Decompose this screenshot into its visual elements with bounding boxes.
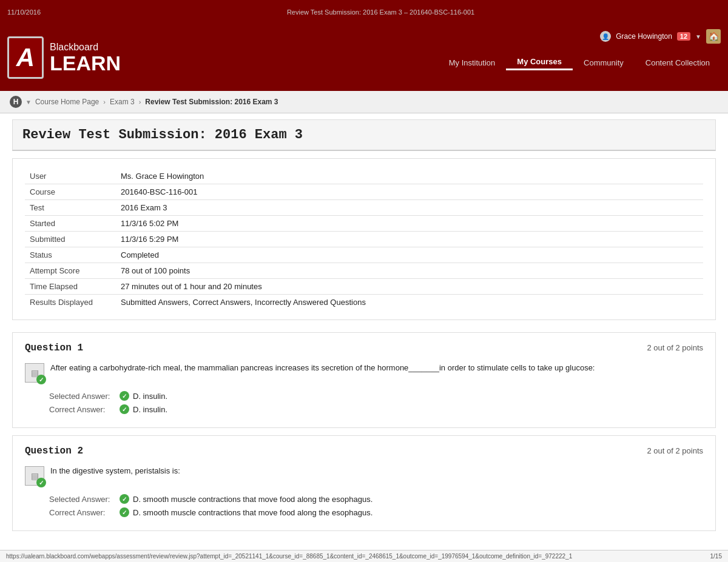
browser-date: 11/10/2016 (7, 8, 41, 16)
selected-answer-label: Selected Answer: (49, 495, 116, 504)
correct-answer-row: Correct Answer: ✓ D. smooth muscle contr… (49, 507, 703, 517)
browser-top-bar: 11/10/2016 Review Test Submission: 2016 … (0, 0, 728, 24)
question-points: 2 out of 2 points (647, 446, 703, 455)
info-row: Course201640-BSC-116-001 (25, 184, 703, 200)
submission-info-table: UserMs. Grace E HowingtonCourse201640-BS… (25, 169, 703, 310)
selected-answer-row: Selected Answer: ✓ D. insulin. (49, 391, 703, 401)
questions-container: Question 1 2 out of 2 points ▤ ✓ After e… (12, 332, 716, 531)
nav-my-courses[interactable]: My Courses (506, 55, 573, 70)
breadcrumb-expand-icon[interactable]: ▼ (25, 99, 32, 105)
question-block-2: Question 2 2 out of 2 points ▤ ✓ In the … (12, 435, 716, 531)
info-value: 78 out of 100 points (116, 263, 703, 279)
nav-content-collection[interactable]: Content Collection (635, 56, 721, 70)
dropdown-arrow-icon[interactable]: ▼ (695, 33, 701, 40)
selected-answer-text: D. smooth muscle contractions that move … (133, 495, 372, 504)
breadcrumb: H ▼ Course Home Page › Exam 3 › Review T… (0, 91, 728, 113)
info-value: 11/3/16 5:02 PM (116, 216, 703, 232)
info-value: 27 minutes out of 1 hour and 20 minutes (116, 279, 703, 295)
nav-my-institution[interactable]: My Institution (438, 56, 507, 70)
notification-badge: 12 (677, 32, 690, 41)
correct-answer-label: Correct Answer: (49, 508, 116, 517)
info-value: 2016 Exam 3 (116, 200, 703, 216)
check-icon-box: ▤ ✓ (25, 466, 44, 486)
info-label: User (25, 169, 116, 184)
header: A Blackboard LEARN 👤 Grace Howington 12 … (0, 24, 728, 91)
question-block-1: Question 1 2 out of 2 points ▤ ✓ After e… (12, 332, 716, 428)
question-header: Question 1 2 out of 2 points (25, 343, 703, 353)
logo-text: Blackboard LEARN (50, 42, 121, 73)
browser-title: Review Test Submission: 2016 Exam 3 – 20… (287, 8, 474, 16)
user-name: Grace Howington (616, 32, 672, 41)
question-points: 2 out of 2 points (647, 343, 703, 352)
info-value: 11/3/16 5:29 PM (116, 232, 703, 247)
question-number: Question 2 (25, 446, 83, 457)
correct-check-badge: ✓ (36, 375, 46, 384)
submission-info-box: UserMs. Grace E HowingtonCourse201640-BS… (12, 158, 716, 320)
nav-bar: My Institution My Courses Community Cont… (438, 55, 721, 70)
logo-area: A Blackboard LEARN (0, 24, 170, 91)
logo-learn: LEARN (50, 53, 121, 73)
breadcrumb-link-exam3[interactable]: Exam 3 (110, 98, 135, 106)
logo-letter: A (7, 36, 44, 79)
header-right: 👤 Grace Howington 12 ▼ 🏠 My Institution … (170, 24, 728, 91)
info-row: Submitted11/3/16 5:29 PM (25, 232, 703, 247)
info-row: Started11/3/16 5:02 PM (25, 216, 703, 232)
info-value: Submitted Answers, Correct Answers, Inco… (116, 295, 703, 310)
question-body: ▤ ✓ After eating a carbohydrate-rich mea… (25, 362, 703, 383)
info-value: 201640-BSC-116-001 (116, 184, 703, 200)
info-row: Results DisplayedSubmitted Answers, Corr… (25, 295, 703, 310)
breadcrumb-current: Review Test Submission: 2016 Exam 3 (145, 98, 278, 106)
info-row: Attempt Score78 out of 100 points (25, 263, 703, 279)
breadcrumb-link-home[interactable]: Course Home Page (35, 98, 99, 106)
correct-answer-label: Correct Answer: (49, 405, 116, 414)
breadcrumb-chevron-1: › (103, 98, 106, 105)
question-text: After eating a carbohydrate-rich meal, t… (50, 362, 595, 374)
page-title: Review Test Submission: 2016 Exam 3 (22, 127, 706, 142)
info-label: Test (25, 200, 116, 216)
selected-correct-icon: ✓ (120, 391, 129, 401)
info-value: Completed (116, 247, 703, 263)
selected-answer-text: D. insulin. (133, 392, 167, 401)
info-label: Attempt Score (25, 263, 116, 279)
correct-check-badge: ✓ (36, 478, 46, 487)
info-row: UserMs. Grace E Howington (25, 169, 703, 184)
user-bar: 👤 Grace Howington 12 ▼ 🏠 (600, 29, 721, 44)
question-text: In the digestive system, peristalsis is: (50, 465, 180, 477)
info-label: Time Elapsed (25, 279, 116, 295)
info-row: StatusCompleted (25, 247, 703, 263)
info-row: Time Elapsed27 minutes out of 1 hour and… (25, 279, 703, 295)
info-label: Started (25, 216, 116, 232)
selected-answer-label: Selected Answer: (49, 392, 116, 401)
user-icon: 👤 (600, 31, 611, 42)
home-icon[interactable]: 🏠 (706, 29, 721, 44)
question-body: ▤ ✓ In the digestive system, peristalsis… (25, 465, 703, 486)
info-row: Test2016 Exam 3 (25, 200, 703, 216)
breadcrumb-chevron-2: › (139, 98, 141, 105)
info-label: Status (25, 247, 116, 263)
question-number: Question 1 (25, 343, 83, 353)
info-value: Ms. Grace E Howington (116, 169, 703, 184)
breadcrumb-home-icon[interactable]: H (10, 96, 22, 108)
selected-correct-icon: ✓ (120, 494, 129, 504)
page-title-box: Review Test Submission: 2016 Exam 3 (12, 119, 716, 151)
info-label: Results Displayed (25, 295, 116, 310)
info-label: Course (25, 184, 116, 200)
selected-answer-row: Selected Answer: ✓ D. smooth muscle cont… (49, 494, 703, 504)
correct-answer-row: Correct Answer: ✓ D. insulin. (49, 404, 703, 414)
correct-answer-icon: ✓ (120, 404, 129, 414)
check-icon-box: ▤ ✓ (25, 363, 44, 383)
correct-answer-text: D. insulin. (133, 405, 167, 414)
nav-community[interactable]: Community (573, 56, 635, 70)
correct-answer-icon: ✓ (120, 507, 129, 517)
main-content: Review Test Submission: 2016 Exam 3 User… (0, 113, 728, 544)
question-header: Question 2 2 out of 2 points (25, 446, 703, 457)
correct-answer-text: D. smooth muscle contractions that move … (133, 508, 372, 517)
info-label: Submitted (25, 232, 116, 247)
